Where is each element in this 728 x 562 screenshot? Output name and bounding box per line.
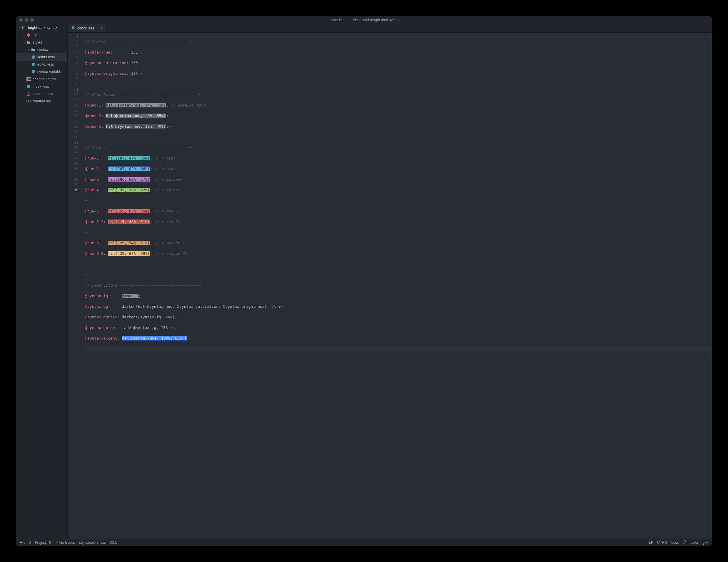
line-number: 13 — [68, 97, 79, 103]
svg-point-8 — [684, 543, 684, 544]
css-file-icon — [31, 70, 36, 74]
status-git[interactable]: git+ — [702, 541, 708, 545]
status-file-path[interactable]: styles/colors.less — [79, 541, 106, 545]
minimize-window-icon[interactable] — [25, 18, 28, 22]
svg-rect-5 — [27, 92, 30, 95]
tree-label: editor.less — [37, 62, 54, 66]
line-number: 28 — [68, 177, 79, 182]
check-icon: ✓ — [55, 541, 58, 545]
line-number: 9 — [68, 76, 79, 81]
tree-label: readme.md — [33, 99, 51, 103]
folder-icon — [31, 48, 36, 52]
tree-label: syntax — [37, 48, 48, 52]
maximize-window-icon[interactable] — [30, 18, 34, 22]
line-number: 1 — [68, 34, 79, 39]
line-number: 3 — [68, 44, 79, 50]
line-number: 21 — [68, 140, 79, 145]
repo-icon — [21, 26, 26, 30]
line-number: 14 — [68, 103, 79, 108]
tree-label: syntax-variables.l — [37, 70, 66, 74]
status-line-ending[interactable]: LF — [649, 541, 653, 545]
line-number: 20 — [68, 134, 79, 140]
status-project-count[interactable]: Project 0 — [35, 541, 51, 545]
line-number: 7 — [68, 66, 79, 71]
tree-label: index.less — [33, 84, 49, 89]
chevron-right-icon: ▸ — [23, 34, 26, 36]
css-file-icon — [31, 55, 36, 59]
tree-label: colors.less — [37, 55, 55, 59]
css-file-icon — [71, 26, 75, 31]
app-window: colors.less — ~/dev/github/bright-dark-s… — [16, 16, 712, 546]
project-name: bright-dark-syntax — [28, 26, 57, 30]
folder-icon — [26, 40, 31, 44]
status-diagnostics[interactable]: ✓No Issues — [55, 541, 75, 545]
text-editor[interactable]: 1234567891011121314151617181920212223242… — [68, 33, 712, 539]
line-number: 12 — [68, 92, 79, 97]
close-tab-icon[interactable]: × — [101, 26, 103, 30]
status-file-count[interactable]: File 0 — [20, 541, 31, 545]
status-bar: File 0 Project 0 ✓No Issues styles/color… — [16, 539, 712, 546]
titlebar: colors.less — ~/dev/github/bright-dark-s… — [16, 16, 712, 24]
window-controls — [19, 18, 34, 22]
line-number: 5 — [68, 55, 79, 60]
line-number: 23 — [68, 150, 79, 156]
status-cursor-position[interactable]: 30:1 — [110, 541, 117, 545]
line-number: 18 — [68, 124, 79, 129]
tree-item-index-less[interactable]: index.less — [16, 83, 67, 90]
tree-item-changelog[interactable]: M↓ changelog.md — [16, 75, 67, 83]
line-number: 29 — [68, 182, 79, 187]
file-tree[interactable]: ▾ bright-dark-syntax ▸ .git ▾ styles — [16, 24, 68, 539]
css-file-icon — [31, 62, 36, 66]
code-pane[interactable]: // Config ------------------------------… — [81, 33, 712, 539]
svg-rect-6 — [28, 93, 29, 94]
tree-item-git[interactable]: ▸ .git — [16, 31, 67, 39]
tab-bar: colors.less × — [68, 24, 712, 33]
status-grammar[interactable]: Less — [671, 541, 679, 545]
tree-item-styles[interactable]: ▾ styles — [16, 39, 67, 46]
tree-item-syntax[interactable]: ▸ syntax — [16, 46, 67, 53]
tab-label: colors.less — [77, 26, 94, 30]
readme-file-icon — [26, 99, 31, 103]
close-window-icon[interactable] — [19, 18, 23, 22]
line-number: 2 — [68, 39, 79, 44]
line-number: 17 — [68, 119, 79, 124]
svg-text:M↓: M↓ — [27, 78, 29, 80]
line-number: 11 — [68, 87, 79, 92]
project-root[interactable]: ▾ bright-dark-syntax — [16, 24, 67, 31]
line-number: 15 — [68, 108, 79, 113]
chevron-down-icon: ▾ — [23, 41, 26, 44]
tab-colors-less[interactable]: colors.less × — [68, 24, 106, 32]
line-number: 25 — [68, 161, 79, 166]
line-number: 26 — [68, 166, 79, 171]
status-encoding[interactable]: UTF-8 — [657, 541, 667, 545]
git-icon — [26, 33, 31, 37]
line-number: 8 — [68, 71, 79, 76]
chevron-right-icon: ▸ — [27, 48, 30, 51]
json-file-icon — [26, 92, 31, 96]
status-git-branch[interactable]: master — [683, 540, 699, 545]
line-number: 27 — [68, 171, 79, 177]
markdown-file-icon: M↓ — [26, 77, 31, 81]
line-number: 6 — [68, 60, 79, 66]
line-number: 19 — [68, 129, 79, 134]
tree-item-readme[interactable]: readme.md — [16, 97, 67, 105]
tree-item-colors-less[interactable]: colors.less — [16, 53, 67, 61]
git-branch-icon — [683, 540, 687, 545]
line-number: 10 — [68, 81, 79, 87]
line-number-gutter: 1234567891011121314151617181920212223242… — [68, 33, 81, 539]
chevron-down-icon: ▾ — [18, 26, 21, 29]
tree-label: changelog.md — [33, 77, 56, 81]
tree-item-syntax-variables[interactable]: syntax-variables.l — [16, 68, 67, 75]
tree-item-package-json[interactable]: package.json — [16, 90, 67, 97]
tree-label: package.json — [33, 92, 54, 96]
line-number: 22 — [68, 145, 79, 150]
line-number: 24 — [68, 156, 79, 161]
tree-item-editor-less[interactable]: editor.less — [16, 61, 67, 68]
tree-label: styles — [33, 40, 42, 44]
svg-point-7 — [684, 540, 684, 541]
line-number: 16 — [68, 113, 79, 119]
editor-area: colors.less × 12345678910111213141516171… — [68, 24, 712, 539]
tree-label: .git — [33, 33, 38, 37]
css-file-icon — [26, 84, 31, 89]
window-title: colors.less — ~/dev/github/bright-dark-s… — [16, 18, 712, 22]
